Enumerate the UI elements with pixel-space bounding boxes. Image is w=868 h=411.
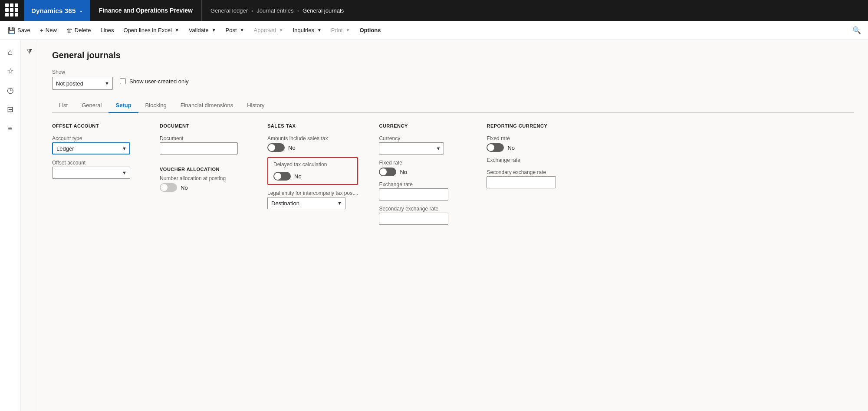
reporting-fixed-rate-field: Fixed rate No (487, 135, 573, 152)
top-navigation: Dynamics 365 ⌄ Finance and Operations Pr… (0, 0, 868, 21)
app-grid-icon[interactable] (5, 3, 19, 17)
new-icon: + (40, 27, 43, 34)
approval-button[interactable]: Approval ▼ (250, 23, 288, 38)
account-type-field: Account type Ledger Customer Vendor Bank… (52, 135, 139, 155)
offset-account-select-wrap: ▼ (52, 167, 130, 179)
tab-general[interactable]: General (75, 99, 108, 113)
inquiries-button[interactable]: Inquiries ▼ (289, 23, 326, 38)
reporting-fixed-rate-label: Fixed rate (487, 135, 573, 141)
validate-caret-icon: ▼ (212, 28, 216, 33)
secondary-exchange-rate-input[interactable] (379, 213, 448, 225)
reporting-fixed-rate-toggle[interactable] (487, 143, 504, 152)
sidebar-item-workspaces[interactable]: ⊟ (2, 101, 19, 118)
form-row: OFFSET ACCOUNT Account type Ledger Custo… (52, 123, 854, 225)
lines-button[interactable]: Lines (96, 23, 118, 38)
breadcrumb-general-ledger[interactable]: General ledger (210, 7, 248, 14)
filter-icon[interactable]: ⧩ (24, 45, 35, 58)
sidebar-item-favorites[interactable]: ☆ (2, 62, 19, 80)
offset-account-select[interactable] (52, 167, 130, 179)
currency-label: Currency (379, 135, 466, 141)
inquiries-caret-icon: ▼ (317, 28, 322, 33)
reporting-fixed-rate-text: No (507, 145, 515, 151)
account-type-select-wrap: Ledger Customer Vendor Bank Fixed assets… (52, 142, 130, 155)
show-user-created-label[interactable]: Show user-created only (129, 78, 189, 85)
currency-fixed-rate-label: Fixed rate (379, 160, 466, 166)
open-lines-excel-caret-icon: ▼ (175, 28, 179, 33)
number-allocation-toggle[interactable] (160, 183, 177, 192)
post-button[interactable]: Post ▼ (221, 23, 249, 38)
main-content: General journals Show Not posted All Pos… (38, 40, 868, 411)
save-button[interactable]: 💾 Save (3, 23, 35, 38)
delayed-tax-toggle-row: No (273, 172, 352, 181)
tab-setup[interactable]: Setup (108, 99, 138, 113)
tab-financial-dimensions[interactable]: Financial dimensions (174, 99, 240, 113)
reporting-currency-title: REPORTING CURRENCY (487, 123, 573, 128)
filter-bar: ⧩ (21, 40, 38, 411)
exchange-rate-input[interactable] (379, 188, 448, 201)
currency-field: Currency ▼ (379, 135, 466, 155)
reporting-exchange-rate-label: Exchange rate (487, 157, 573, 163)
document-section: DOCUMENT Document VOUCHER ALLOCATION Num… (160, 123, 247, 192)
tab-history[interactable]: History (240, 99, 271, 113)
currency-section: CURRENCY Currency ▼ Fixed rate (379, 123, 466, 225)
breadcrumb-journal-entries[interactable]: Journal entries (256, 7, 293, 14)
sidebar-item-home[interactable]: ⌂ (2, 43, 19, 61)
main-layout: ⌂ ☆ ◷ ⊟ ≡ ⧩ General journals Show Not po… (0, 40, 868, 411)
legal-entity-select[interactable]: Destination Source (267, 197, 345, 209)
open-lines-excel-button[interactable]: Open lines in Excel ▼ (119, 23, 184, 38)
document-input[interactable] (160, 142, 238, 155)
show-user-created-wrap: Show user-created only (120, 78, 189, 85)
delayed-tax-label: Delayed tax calculation (273, 161, 352, 168)
currency-select[interactable] (379, 142, 444, 155)
validate-button[interactable]: Validate ▼ (184, 23, 220, 38)
currency-fixed-rate-toggle-row: No (379, 168, 466, 176)
amounts-include-toggle-row: No (267, 143, 358, 152)
page-title: General journals (52, 50, 854, 60)
offset-account-label: Offset account (52, 160, 139, 166)
secondary-exchange-rate-field: Secondary exchange rate (379, 206, 466, 225)
print-button[interactable]: Print ▼ (327, 23, 355, 38)
reporting-currency-section: REPORTING CURRENCY Fixed rate No Exchang… (487, 123, 573, 188)
currency-fixed-rate-toggle[interactable] (379, 168, 396, 176)
tabs: List General Setup Blocking Financial di… (52, 99, 854, 113)
show-col: Show Not posted All Posted ▼ (52, 69, 113, 90)
amounts-include-toggle[interactable] (267, 143, 285, 152)
dynamics-chevron-icon: ⌄ (79, 8, 83, 13)
dynamics-label: Dynamics 365 (31, 7, 76, 14)
offset-account-field: Offset account ▼ (52, 160, 139, 179)
document-label: Document (160, 135, 247, 141)
secondary-exchange-rate-label: Secondary exchange rate (379, 206, 466, 212)
finance-title: Finance and Operations Preview (90, 0, 202, 21)
delayed-tax-text: No (294, 173, 302, 180)
new-button[interactable]: + New (36, 23, 61, 38)
dynamics-brand[interactable]: Dynamics 365 ⌄ (24, 0, 90, 21)
reporting-fixed-rate-toggle-row: No (487, 143, 573, 152)
document-title: DOCUMENT (160, 123, 247, 128)
reporting-secondary-exchange-rate-input[interactable] (487, 176, 556, 188)
number-allocation-field: Number allocation at posting No (160, 175, 247, 192)
voucher-allocation-title: VOUCHER ALLOCATION (160, 167, 247, 172)
reporting-secondary-exchange-rate-label: Secondary exchange rate (487, 169, 573, 175)
currency-title: CURRENCY (379, 123, 466, 128)
amounts-include-label: Amounts include sales tax (267, 135, 358, 141)
sidebar-item-recent[interactable]: ◷ (2, 82, 19, 99)
delayed-tax-toggle[interactable] (273, 172, 291, 181)
delete-button[interactable]: 🗑 Delete (62, 23, 95, 38)
tab-blocking[interactable]: Blocking (138, 99, 174, 113)
account-type-label: Account type (52, 135, 139, 141)
account-type-select[interactable]: Ledger Customer Vendor Bank Fixed assets (52, 142, 130, 155)
sales-tax-section: SALES TAX Amounts include sales tax No D… (267, 123, 358, 209)
reporting-exchange-rate-field: Exchange rate (487, 157, 573, 164)
show-select[interactable]: Not posted All Posted (52, 77, 113, 90)
options-button[interactable]: Options (355, 23, 385, 38)
tab-list[interactable]: List (52, 99, 75, 113)
approval-caret-icon: ▼ (279, 28, 283, 33)
amounts-include-field: Amounts include sales tax No (267, 135, 358, 152)
legal-entity-select-wrap: Destination Source ▼ (267, 197, 345, 209)
save-icon: 💾 (8, 27, 15, 34)
sidebar-item-modules[interactable]: ≡ (2, 120, 19, 137)
reporting-secondary-exchange-rate-field: Secondary exchange rate (487, 169, 573, 188)
search-button[interactable]: 🔍 (849, 24, 865, 36)
show-user-created-checkbox[interactable] (120, 78, 126, 84)
delete-icon: 🗑 (66, 27, 72, 34)
